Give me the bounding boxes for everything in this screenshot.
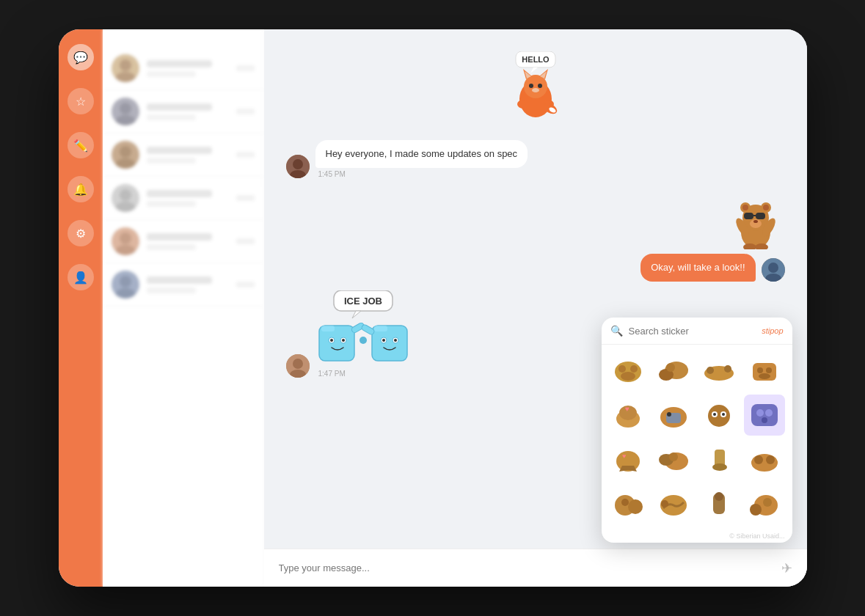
svg-point-114 bbox=[766, 455, 775, 464]
sticker-brand: stipop bbox=[762, 326, 783, 335]
svg-point-119 bbox=[661, 500, 668, 507]
svg-point-116 bbox=[628, 499, 643, 514]
list-item[interactable] bbox=[103, 263, 263, 307]
ice-job-sticker: ICE JOB bbox=[315, 290, 411, 367]
sticker-item[interactable] bbox=[653, 395, 694, 436]
sticker-search-input[interactable] bbox=[629, 326, 756, 337]
svg-point-87 bbox=[757, 367, 763, 373]
list-item[interactable] bbox=[103, 90, 263, 133]
sticker-item[interactable] bbox=[698, 351, 740, 392]
send-icon[interactable]: ✈ bbox=[781, 560, 792, 576]
svg-point-45 bbox=[763, 205, 769, 210]
svg-point-4 bbox=[120, 103, 131, 114]
svg-text:ICE JOB: ICE JOB bbox=[343, 296, 382, 307]
svg-point-88 bbox=[766, 367, 772, 373]
sidebar-icon-star[interactable]: ☆ bbox=[67, 88, 94, 114]
sticker-item[interactable] bbox=[607, 351, 649, 392]
sticker-picker: 🔍 stipop bbox=[602, 318, 792, 543]
sticker-item[interactable]: ♥ bbox=[607, 439, 649, 480]
svg-text:♥: ♥ bbox=[622, 452, 626, 460]
svg-marker-20 bbox=[530, 67, 538, 73]
svg-point-109 bbox=[669, 452, 678, 461]
outgoing-message-row: Okay, will take a look!! bbox=[286, 187, 785, 282]
svg-rect-74 bbox=[360, 324, 375, 336]
chat-time bbox=[236, 282, 255, 287]
sidebar: 💬 ☆ ✏️ 🔔 ⚙ 👤 bbox=[59, 29, 103, 587]
outgoing-avatar bbox=[762, 258, 785, 282]
chat-time bbox=[236, 195, 255, 201]
sticker-item[interactable] bbox=[653, 351, 694, 392]
svg-point-79 bbox=[621, 372, 635, 381]
sidebar-icon-settings[interactable]: ⚙ bbox=[67, 220, 94, 246]
svg-point-7 bbox=[120, 146, 131, 158]
svg-point-29 bbox=[532, 88, 539, 92]
svg-point-104 bbox=[762, 417, 767, 423]
sticker-item[interactable] bbox=[653, 439, 694, 480]
message-input[interactable] bbox=[279, 562, 781, 573]
chat-preview bbox=[147, 201, 196, 207]
chat-name bbox=[147, 103, 213, 111]
sidebar-icon-chat[interactable]: 💬 bbox=[67, 44, 94, 70]
list-item[interactable] bbox=[103, 177, 263, 220]
sticker-item[interactable] bbox=[744, 351, 785, 392]
list-item[interactable] bbox=[103, 220, 263, 263]
chat-preview bbox=[147, 71, 196, 77]
chat-name bbox=[147, 276, 213, 284]
svg-rect-40 bbox=[756, 213, 765, 219]
svg-point-103 bbox=[765, 409, 773, 417]
sticker-search-bar: 🔍 stipop bbox=[602, 318, 792, 345]
sticker-item[interactable] bbox=[744, 439, 785, 480]
svg-point-82 bbox=[666, 363, 675, 372]
chat-preview bbox=[147, 244, 196, 250]
svg-point-30 bbox=[517, 100, 529, 109]
chat-info bbox=[147, 60, 229, 77]
list-item[interactable] bbox=[103, 47, 263, 90]
svg-point-117 bbox=[621, 499, 629, 506]
svg-point-75 bbox=[359, 337, 367, 344]
svg-point-56 bbox=[293, 359, 303, 369]
list-item[interactable] bbox=[103, 133, 263, 177]
chat-info bbox=[147, 233, 229, 250]
svg-rect-69 bbox=[374, 326, 387, 331]
svg-point-95 bbox=[667, 412, 671, 417]
svg-point-16 bbox=[120, 276, 131, 287]
avatar bbox=[112, 98, 139, 125]
svg-point-66 bbox=[342, 339, 345, 342]
sidebar-icon-bell[interactable]: 🔔 bbox=[67, 176, 94, 202]
svg-rect-39 bbox=[744, 213, 753, 219]
svg-point-28 bbox=[538, 84, 542, 88]
sidebar-icon-pencil[interactable]: ✏️ bbox=[67, 132, 94, 158]
chat-info bbox=[147, 147, 229, 164]
chat-list bbox=[103, 29, 264, 587]
svg-point-64 bbox=[330, 339, 333, 342]
sticker-item[interactable] bbox=[698, 439, 740, 480]
svg-point-111 bbox=[712, 463, 727, 471]
incoming-message-row: Hey everyone, I made some updates on spe… bbox=[286, 140, 785, 178]
sticker-item[interactable] bbox=[653, 483, 694, 524]
sticker-item[interactable] bbox=[744, 483, 785, 524]
avatar bbox=[112, 227, 139, 255]
svg-point-77 bbox=[618, 365, 626, 373]
sticker-grid: ♥ bbox=[602, 345, 792, 529]
chat-preview bbox=[147, 158, 196, 164]
sticker-item[interactable] bbox=[698, 483, 740, 524]
app-shell: 💬 ☆ ✏️ 🔔 ⚙ 👤 bbox=[59, 29, 807, 587]
sidebar-icon-person[interactable]: 👤 bbox=[67, 264, 94, 290]
avatar bbox=[112, 54, 139, 82]
sender-avatar bbox=[286, 155, 310, 178]
chat-time bbox=[236, 109, 255, 114]
svg-point-53 bbox=[768, 263, 778, 273]
svg-point-35 bbox=[293, 159, 303, 169]
svg-point-84 bbox=[707, 367, 714, 374]
svg-point-71 bbox=[382, 339, 385, 342]
sticker-item[interactable]: ♥ bbox=[607, 395, 649, 436]
svg-point-96 bbox=[708, 405, 730, 427]
ice-job-time: 1:47 PM bbox=[315, 370, 411, 378]
sticker-item-active[interactable] bbox=[744, 395, 785, 436]
svg-point-121 bbox=[715, 492, 723, 501]
sticker-item[interactable] bbox=[698, 395, 740, 436]
sticker-item[interactable] bbox=[607, 483, 649, 524]
chat-preview bbox=[147, 114, 196, 120]
svg-marker-60 bbox=[352, 311, 361, 318]
svg-point-10 bbox=[120, 189, 131, 201]
